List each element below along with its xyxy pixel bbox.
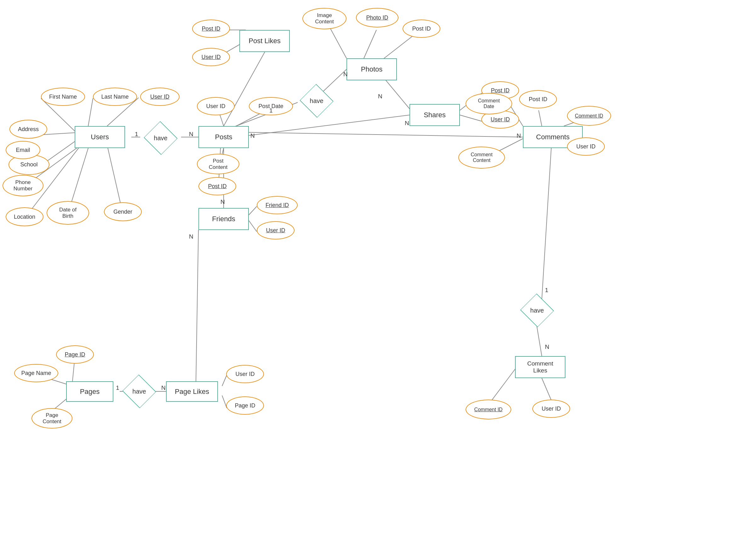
have-comments-diamond: have [517, 298, 558, 323]
oval-friends-userid: User ID [257, 221, 295, 239]
oval-location: Location [6, 207, 43, 226]
have-posts-photos-diamond: have [296, 88, 337, 113]
er-diagram: Users Posts Photos Shares Comments Post … [0, 0, 756, 542]
oval-photos-imgcontent: ImageContent [302, 8, 347, 29]
oval-pagelikes-pageid: Page ID [226, 397, 264, 415]
oval-pages-pagecontent: PageContent [31, 408, 72, 429]
oval-dob: Date ofBirth [47, 201, 89, 225]
label-n-comments-side: N [517, 132, 521, 139]
svg-line-36 [542, 378, 551, 400]
oval-email: Email [6, 141, 40, 159]
label-1-pages-have: 1 [116, 385, 119, 391]
oval-gender: Gender [104, 202, 142, 221]
oval-postlikes-userid: User ID [192, 48, 230, 66]
label-1-comments-have: 1 [545, 287, 548, 294]
have-users-posts-diamond: have [140, 125, 181, 151]
oval-comments-commentid: Comment ID [567, 106, 611, 126]
oval-pagelikes-userid: User ID [226, 365, 264, 383]
photos-entity: Photos [347, 58, 397, 80]
oval-phone: PhoneNumber [3, 175, 43, 196]
oval-lastname: Last Name [93, 88, 137, 106]
oval-friends-friendid: Friend ID [257, 196, 298, 214]
label-n-have2-photos: N [343, 71, 348, 78]
have-pages-diamond: have [119, 379, 160, 404]
label-n-have-pagelikes: N [161, 385, 166, 391]
posts-entity: Posts [198, 126, 249, 148]
oval-comments-postid: Post ID [519, 90, 557, 108]
svg-line-29 [539, 110, 542, 126]
oval-commentlikes-userid: User ID [532, 400, 570, 418]
oval-comments-userid: User ID [567, 137, 605, 156]
svg-line-27 [249, 132, 523, 137]
commentlikes-entity: CommentLikes [515, 356, 565, 378]
label-n-have-commentlikes: N [545, 344, 549, 351]
oval-comments-commentdate: CommentDate [466, 93, 512, 114]
oval-posts-postid: Post ID [198, 177, 236, 195]
connector-lines [0, 0, 756, 542]
label-n-posts-shares: N [405, 120, 409, 127]
label-n-friends-pages: N [189, 233, 193, 240]
oval-commentlikes-commentid: Comment ID [466, 400, 511, 419]
svg-line-21 [364, 30, 376, 58]
svg-line-40 [196, 230, 198, 381]
oval-postlikes-postid: Post ID [192, 20, 230, 38]
oval-address: Address [9, 120, 47, 139]
shares-entity: Shares [409, 104, 460, 126]
oval-pages-pageid: Page ID [56, 345, 94, 364]
label-n-posts-comments: N [250, 132, 255, 139]
svg-line-39 [249, 220, 257, 231]
svg-line-46 [222, 375, 227, 386]
friends-entity: Friends [198, 208, 249, 230]
oval-comments-commentcontent: CommentContent [458, 146, 505, 168]
label-n-photos-shares: N [378, 93, 382, 100]
users-entity: Users [75, 126, 125, 148]
oval-posts-userid: User ID [197, 97, 235, 115]
oval-user-userid: User ID [140, 88, 180, 106]
oval-pages-pagename: Page Name [14, 364, 58, 382]
svg-line-35 [488, 367, 517, 405]
oval-photos-photoid: Photo ID [356, 8, 398, 27]
oval-firstname: First Name [41, 88, 85, 106]
postlikes-entity: Post Likes [239, 30, 290, 52]
svg-line-13 [222, 148, 224, 154]
pagelikes-entity: Page Likes [166, 381, 218, 402]
label-n-posts-friends: N [221, 198, 225, 205]
svg-line-26 [460, 115, 482, 121]
svg-line-33 [542, 148, 551, 300]
oval-photos-postid: Post ID [403, 20, 440, 38]
label-n-have-posts: N [189, 131, 193, 138]
pages-entity: Pages [66, 381, 113, 402]
oval-posts-postcontent: PostContent [197, 154, 239, 174]
svg-line-1 [88, 98, 93, 126]
label-1-posts-have2: 1 [269, 107, 273, 114]
label-1-users-have: 1 [135, 131, 138, 138]
svg-line-38 [249, 206, 257, 215]
